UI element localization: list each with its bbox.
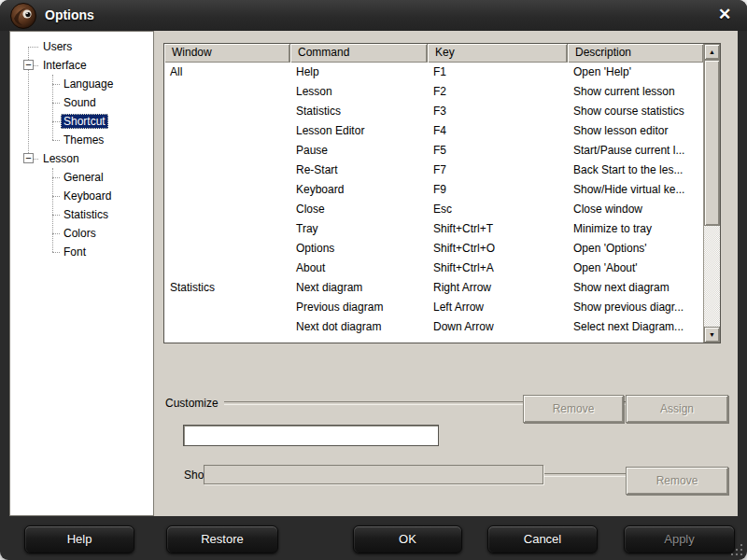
cell-window [164, 121, 290, 141]
sidebar-item-sound[interactable]: Sound [10, 93, 153, 112]
sidebar-item-general[interactable]: General [10, 168, 153, 187]
collapse-icon[interactable]: − [23, 153, 34, 163]
sidebar-item-label: Shortcut [61, 114, 108, 129]
table-row[interactable]: TrayShift+Ctrl+TMinimize to tray [164, 219, 704, 239]
sidebar-item-users[interactable]: Users [10, 37, 153, 56]
cell-window [164, 219, 290, 239]
table-row[interactable]: AllHelpF1Open 'Help' [164, 63, 704, 82]
table-row[interactable]: StatisticsF3Show course statistics [164, 102, 704, 121]
table-row[interactable]: PauseF5Start/Pause current l... [164, 141, 704, 161]
remove-used-by-button[interactable]: Remove [626, 467, 728, 495]
table-header-row: Window Command Key Description [164, 44, 704, 63]
cell-key: Down Arrow [428, 317, 568, 337]
cell-key: Shift+Ctrl+T [428, 219, 568, 239]
cell-command: Next diagram [290, 278, 428, 298]
sidebar-item-shortcut[interactable]: Shortcut [10, 112, 153, 131]
cell-description: Show lesson editor [568, 121, 704, 141]
cell-command: Statistics [290, 102, 428, 121]
cell-command: Lesson [290, 82, 428, 102]
sidebar-item-language[interactable]: Language [10, 75, 153, 93]
cell-description: Open 'Options' [568, 239, 704, 259]
sidebar-item-label: Lesson [40, 151, 82, 166]
cell-window: Statistics [164, 278, 290, 298]
sidebar-item-label: Interface [40, 58, 90, 73]
column-header-description[interactable]: Description [568, 44, 704, 63]
apply-button[interactable]: Apply [624, 525, 735, 553]
window-title: Options [45, 7, 94, 22]
cell-command: Keyboard [290, 180, 428, 200]
options-dialog: Options ✕ Users−InterfaceLanguageSoundSh… [0, 0, 747, 560]
cell-window [164, 239, 290, 259]
table-row[interactable]: CloseEscClose window [164, 200, 704, 219]
cell-window [164, 82, 290, 102]
sidebar-item-label: Colors [61, 226, 99, 241]
sidebar-item-colors[interactable]: Colors [10, 224, 153, 243]
shortcut-input[interactable] [183, 425, 439, 446]
table-body: AllHelpF1Open 'Help'LessonF2Show current… [164, 63, 704, 343]
shortcut-table: Window Command Key Description AllHelpF1… [163, 43, 721, 343]
cell-key: Left Arrow [428, 298, 568, 317]
cancel-button[interactable]: Cancel [487, 525, 598, 553]
cell-window [164, 102, 290, 121]
cell-command: Help [290, 63, 428, 82]
cell-window [164, 161, 290, 180]
sidebar-item-statistics[interactable]: Statistics [10, 205, 153, 224]
scroll-up-icon[interactable]: ▲ [704, 44, 720, 60]
cell-key: Shift+Ctrl+A [428, 259, 568, 278]
help-button[interactable]: Help [24, 525, 134, 553]
ok-button[interactable]: OK [353, 525, 462, 553]
close-icon[interactable]: ✕ [715, 6, 734, 24]
assign-shortcut-button[interactable]: Assign [626, 395, 728, 423]
table-row[interactable]: StatisticsNext diagramRight ArrowShow ne… [164, 278, 704, 298]
restore-button[interactable]: Restore [166, 525, 278, 553]
customize-label: Customize [165, 397, 218, 410]
cell-window [164, 141, 290, 161]
cell-key: F1 [428, 63, 568, 82]
cell-description: Show course statistics [568, 102, 704, 121]
table-row[interactable]: Previous diagramLeft ArrowShow previous … [164, 298, 704, 317]
table-row[interactable]: KeyboardF9Show/Hide virtual ke... [164, 180, 704, 200]
cell-command: Previous diagram [290, 298, 428, 317]
sidebar-item-label: Themes [61, 133, 106, 147]
scroll-down-icon[interactable]: ▼ [704, 327, 720, 343]
cell-description: Open 'Help' [568, 63, 704, 82]
vertical-scrollbar[interactable]: ▲ ▼ [703, 44, 720, 343]
column-header-command[interactable]: Command [290, 44, 428, 63]
sidebar-item-themes[interactable]: Themes [10, 131, 153, 149]
sidebar-item-font[interactable]: Font [10, 243, 153, 261]
cell-key: F3 [428, 102, 568, 121]
shortcut-settings-panel: Window Command Key Description AllHelpF1… [154, 31, 738, 516]
sidebar-item-label: Users [40, 39, 75, 54]
sidebar-item-lesson[interactable]: −Lesson [10, 149, 153, 168]
column-header-key[interactable]: Key [428, 44, 568, 63]
titlebar[interactable]: Options ✕ [0, 0, 747, 31]
table-row[interactable]: Re-StartF7Back Start to the les... [164, 161, 704, 180]
cell-command: Pause [290, 141, 428, 161]
cell-key: F5 [428, 141, 568, 161]
table-row[interactable]: Lesson EditorF4Show lesson editor [164, 121, 704, 141]
sidebar-item-label: Keyboard [61, 189, 114, 203]
cell-description: Show previous diagr... [568, 298, 704, 317]
options-category-tree: Users−InterfaceLanguageSoundShortcutThem… [10, 32, 153, 515]
resize-grip[interactable] [733, 542, 742, 555]
cell-window: All [164, 63, 290, 82]
cell-window [164, 259, 290, 278]
table-row[interactable]: Next dot diagramDown ArrowSelect next Di… [164, 317, 704, 337]
cell-key: Shift+Ctrl+O [428, 239, 568, 259]
sidebar-item-keyboard[interactable]: Keyboard [10, 187, 153, 205]
remove-shortcut-button[interactable]: Remove [523, 395, 624, 423]
table-row[interactable]: LessonF2Show current lesson [164, 82, 704, 102]
cell-key: F4 [428, 121, 568, 141]
sidebar-item-label: Language [61, 77, 116, 91]
cell-description: Select next Diagram... [568, 317, 704, 337]
column-header-window[interactable]: Window [164, 44, 290, 63]
cell-window [164, 317, 290, 337]
cell-key: Right Arrow [428, 278, 568, 298]
scrollbar-thumb[interactable] [704, 60, 720, 226]
cell-command: Tray [290, 219, 428, 239]
collapse-icon[interactable]: − [23, 60, 34, 70]
sidebar-item-label: Sound [61, 95, 99, 110]
table-row[interactable]: AboutShift+Ctrl+AOpen 'About' [164, 259, 704, 278]
sidebar-item-interface[interactable]: −Interface [10, 56, 153, 75]
table-row[interactable]: OptionsShift+Ctrl+OOpen 'Options' [164, 239, 704, 259]
